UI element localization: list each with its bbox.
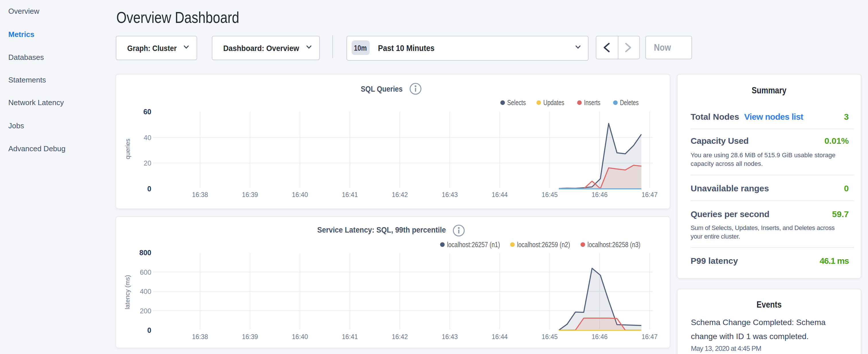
svg-text:60: 60 xyxy=(143,108,151,116)
svg-text:600: 600 xyxy=(140,268,151,276)
svg-text:16:42: 16:42 xyxy=(392,333,408,341)
svg-text:16:44: 16:44 xyxy=(492,333,508,341)
svg-text:16:39: 16:39 xyxy=(242,191,258,198)
svg-text:16:41: 16:41 xyxy=(342,191,358,198)
svg-text:Inserts: Inserts xyxy=(584,99,600,106)
svg-text:latency (ms): latency (ms) xyxy=(124,275,131,309)
svg-text:localhost:26258 (n3): localhost:26258 (n3) xyxy=(587,240,641,249)
svg-text:localhost:26259 (n2): localhost:26259 (n2) xyxy=(517,240,570,249)
svg-text:20: 20 xyxy=(144,159,151,167)
svg-text:16:44: 16:44 xyxy=(492,191,508,198)
svg-text:Selects: Selects xyxy=(507,99,526,106)
svg-text:localhost:26257 (n1): localhost:26257 (n1) xyxy=(447,240,500,249)
svg-text:16:47: 16:47 xyxy=(642,333,658,341)
svg-text:40: 40 xyxy=(144,134,151,141)
svg-text:16:38: 16:38 xyxy=(192,191,208,198)
svg-text:16:46: 16:46 xyxy=(591,333,608,341)
svg-text:16:43: 16:43 xyxy=(442,191,458,198)
svg-text:Updates: Updates xyxy=(543,99,564,106)
svg-text:0: 0 xyxy=(147,185,151,193)
svg-text:200: 200 xyxy=(140,307,151,315)
svg-text:Deletes: Deletes xyxy=(620,99,639,106)
svg-text:0: 0 xyxy=(147,326,151,334)
svg-text:16:38: 16:38 xyxy=(192,333,208,341)
svg-text:queries: queries xyxy=(124,139,131,159)
svg-text:16:40: 16:40 xyxy=(292,333,308,341)
svg-text:16:39: 16:39 xyxy=(242,333,258,341)
svg-text:16:41: 16:41 xyxy=(342,333,358,341)
svg-text:Service Latency: SQL, 99th per: Service Latency: SQL, 99th percentile xyxy=(317,226,446,234)
svg-text:SQL Queries: SQL Queries xyxy=(361,85,403,93)
svg-text:16:42: 16:42 xyxy=(392,191,408,198)
svg-text:16:46: 16:46 xyxy=(591,191,608,198)
svg-text:16:40: 16:40 xyxy=(292,191,308,198)
svg-text:16:47: 16:47 xyxy=(642,191,658,198)
svg-text:16:43: 16:43 xyxy=(442,333,458,341)
svg-text:16:45: 16:45 xyxy=(541,191,558,198)
svg-text:400: 400 xyxy=(140,288,151,295)
svg-text:16:45: 16:45 xyxy=(541,333,558,341)
svg-text:800: 800 xyxy=(139,249,151,257)
